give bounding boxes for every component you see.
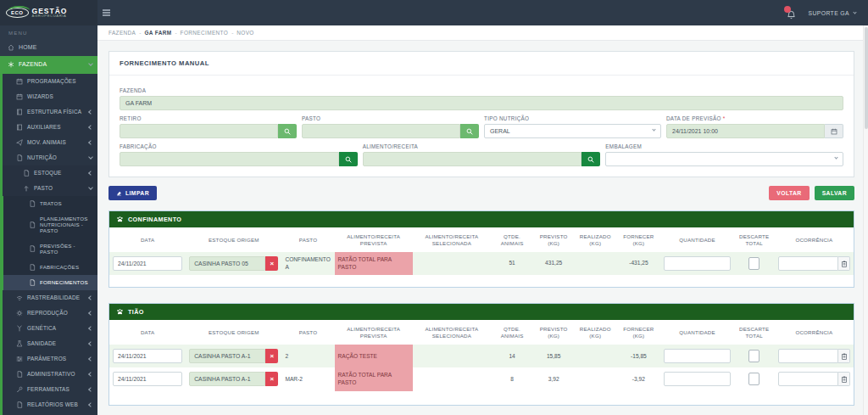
dna-icon	[16, 325, 23, 332]
realizado-kg-cell	[574, 252, 616, 275]
salvar-button[interactable]: SALVAR	[815, 186, 854, 200]
pasto-field[interactable]	[302, 124, 460, 138]
gear-icon	[16, 310, 23, 317]
sidebar-item-reproducao[interactable]: REPRODUÇÃO	[0, 306, 97, 321]
sidebar-item-relatorios-web[interactable]: RELATÓRIOS WEB	[0, 397, 97, 412]
notifications-button[interactable]	[787, 8, 797, 18]
sidebar-item-fazenda[interactable]: FAZENDA	[0, 56, 97, 73]
sidebar-item-fornecimentos[interactable]: FORNECIMENTOS	[0, 275, 97, 290]
notification-badge	[784, 6, 791, 13]
descarte-total-checkbox[interactable]	[748, 350, 760, 362]
menu-toggle-icon[interactable]	[103, 8, 110, 18]
ocorrencia-notes-button[interactable]	[838, 349, 850, 363]
sliders-icon	[16, 356, 23, 362]
breadcrumb-item-fazenda[interactable]: FAZENDA	[108, 30, 136, 36]
home-icon	[8, 44, 14, 51]
sidebar-item-tratos[interactable]: TRATOS	[0, 196, 97, 211]
breadcrumb-item-novo[interactable]: NOVO	[236, 30, 253, 36]
file-icon	[29, 222, 36, 228]
quantidade-input[interactable]	[664, 256, 730, 271]
sidebar-item-fabricacoes[interactable]: FABRICAÇÕES	[0, 260, 97, 275]
sidebar-item-home[interactable]: HOME	[0, 39, 97, 56]
breadcrumb-separator: -	[175, 30, 176, 36]
sidebar-item-nutricao[interactable]: NUTRIÇÃO	[0, 150, 97, 165]
fabricacao-label: FABRICAÇÃO	[120, 143, 358, 149]
sidebar-item-label: MOV. ANIMAIS	[27, 139, 85, 146]
sidebar-item-label: RELATÓRIOS WEB	[27, 401, 85, 408]
datepicker-button[interactable]	[825, 124, 843, 138]
descarte-total-checkbox[interactable]	[748, 257, 760, 270]
breadcrumb-item-fornecimento[interactable]: FORNECIMENTO	[181, 30, 229, 36]
estoque-origem-field[interactable]	[189, 256, 265, 271]
descarte-total-checkbox[interactable]	[748, 373, 760, 385]
sidebar-item-parametros[interactable]: PARÂMETROS	[0, 351, 97, 367]
quantidade-input[interactable]	[664, 372, 730, 386]
fabricacao-search-button[interactable]	[339, 152, 358, 166]
ocorrencia-input[interactable]	[778, 349, 838, 363]
embalagem-label: EMBALAGEM	[605, 143, 843, 149]
page-scrollbar[interactable]	[863, 25, 868, 415]
data-input[interactable]	[113, 256, 182, 271]
quantidade-input[interactable]	[664, 349, 730, 363]
data-previsao-field[interactable]	[666, 124, 825, 138]
embalagem-select[interactable]	[605, 152, 843, 166]
sidebar-item-wizards[interactable]: WIZARDS	[0, 89, 97, 104]
retiro-field[interactable]	[120, 124, 278, 138]
sidebar-item-mov-animais[interactable]: MOV. ANIMAIS	[0, 135, 97, 150]
breadcrumb-item-ga-farm[interactable]: GA FARM	[144, 30, 171, 36]
section-title: TIÃO	[128, 308, 144, 316]
ocorrencia-notes-button[interactable]	[838, 372, 850, 386]
retiro-search-button[interactable]	[278, 124, 297, 138]
sidebar-item-programacoes[interactable]: PROGRAMAÇÕES	[0, 74, 97, 89]
tipo-nutricao-select[interactable]: GERAL	[484, 124, 661, 138]
alimento-prevista-cell: RATÃO TOTAL PARA PASTO	[335, 252, 413, 275]
sidebar-item-administrativo[interactable]: ADMINISTRATIVO	[0, 367, 97, 382]
remove-estoque-button[interactable]: ×	[265, 372, 278, 386]
sidebar-item-estoque[interactable]: ESTOQUE	[0, 165, 97, 181]
fabricacao-field[interactable]	[120, 152, 339, 166]
estoque-origem-field[interactable]	[189, 349, 265, 363]
previsto-kg-cell: 15,85	[533, 345, 574, 367]
breadcrumb: FAZENDA-GA FARM-FORNECIMENTO-NOVO	[97, 25, 868, 41]
column-header-qtde-animais: QTDE. ANIMAIS	[491, 227, 533, 252]
sidebar-item-pasto[interactable]: PASTO	[0, 181, 97, 196]
alimento-receita-field[interactable]	[363, 152, 582, 166]
data-input[interactable]	[113, 349, 182, 363]
column-header-alimento-receita-selecionada: ALIMENTO/RECEITA SELECIONADA	[413, 320, 491, 345]
chevron-down-icon	[853, 10, 856, 14]
app-logo[interactable]: ECO GESTÃO AGROPECUÁRIA	[0, 0, 97, 25]
ocorrencia-input[interactable]	[778, 256, 838, 271]
voltar-button[interactable]: VOLTAR	[769, 186, 809, 200]
data-input[interactable]	[113, 372, 182, 386]
fazenda-field[interactable]	[120, 96, 843, 110]
alimento-prevista-cell: RAÇÃO TESTE	[335, 345, 413, 367]
fazenda-label: FAZENDA	[120, 87, 843, 93]
search-icon	[284, 128, 291, 135]
user-menu[interactable]: SUPORTE GA	[809, 10, 856, 16]
sidebar-item-rastreabilidade[interactable]: RASTREABILIDADE	[0, 290, 97, 306]
sidebar-item-ferramentas[interactable]: FERRAMENTAS	[0, 382, 97, 397]
sidebar-item-planejamentos-nutricionais-pasto[interactable]: PLANEJAMENTOS NUTRICIONAIS - PASTO	[0, 211, 97, 238]
sidebar-item-label: ADMINISTRATIVO	[27, 371, 85, 378]
sidebar-item-previsoes-pasto[interactable]: PREVISÕES - PASTO	[0, 238, 97, 260]
column-header-descarte-total: DESCARTE TOTAL	[734, 227, 775, 252]
ocorrencia-input[interactable]	[778, 372, 838, 386]
remove-estoque-button[interactable]: ×	[265, 349, 278, 363]
sidebar-item-sanidade[interactable]: SANIDADE	[0, 336, 97, 351]
sidebar-item-auxiliares[interactable]: AUXILIARES	[0, 120, 97, 135]
sidebar-section-label: MENU	[0, 25, 97, 39]
column-header-quantidade: QUANTIDADE	[660, 320, 733, 345]
limpar-button[interactable]: LIMPAR	[108, 186, 157, 200]
realizado-kg-cell	[574, 345, 616, 367]
column-header-quantidade: QUANTIDADE	[660, 227, 733, 252]
sidebar-item-genetica[interactable]: GENÉTICA	[0, 321, 97, 336]
ocorrencia-notes-button[interactable]	[838, 256, 850, 271]
estoque-origem-field[interactable]	[189, 372, 265, 386]
sidebar-item-estrutura-fisica[interactable]: ESTRUTURA FÍSICA	[0, 104, 97, 120]
confinamento-table: DATAESTOQUE ORIGEMPASTOALIMENTO/RECEITA …	[109, 227, 854, 275]
book-icon	[16, 109, 23, 115]
alimento-receita-search-button[interactable]	[581, 152, 600, 166]
fornecer-kg-cell: -3,92	[616, 367, 660, 390]
remove-estoque-button[interactable]: ×	[265, 256, 278, 271]
pasto-search-button[interactable]	[460, 124, 479, 138]
